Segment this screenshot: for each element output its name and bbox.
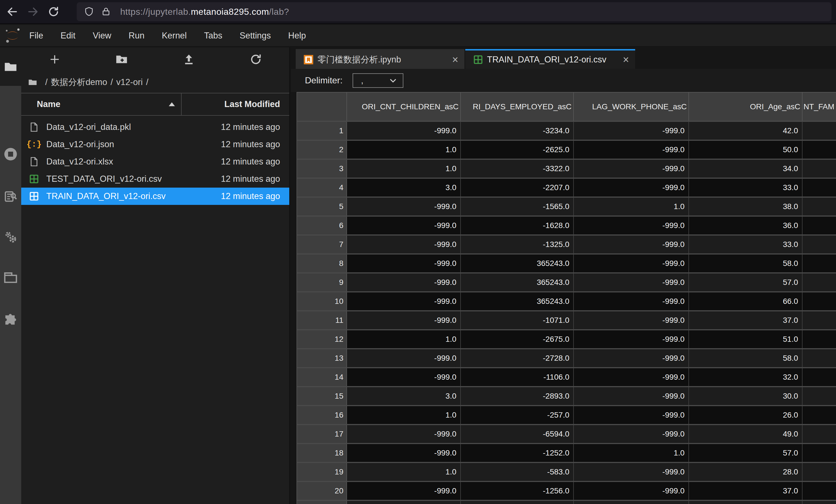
table-cell: 32.0 <box>689 368 802 386</box>
menu-item-file[interactable]: File <box>21 24 52 46</box>
table-cell: -2675.0 <box>461 330 574 348</box>
last-modified-header[interactable]: Last Modified <box>182 99 289 109</box>
tab-label: 零门槛数据分析.ipynb <box>318 54 401 65</box>
table-cell: -1106.0 <box>461 368 574 386</box>
table-row: 43.0-2207.0-999.033.0 <box>297 178 836 196</box>
close-icon[interactable]: × <box>623 54 629 65</box>
table-row: 14-999.0-1106.0-999.032.0 <box>297 367 836 386</box>
reload-icon[interactable] <box>45 3 62 20</box>
delimiter-select[interactable]: , <box>353 73 403 88</box>
csv-grid-header-row: ORI_CNT_CHILDREN_asCRI_DAYS_EMPLOYED_asC… <box>297 92 836 121</box>
table-cell: -3234.0 <box>461 122 574 140</box>
table-cell: 26.0 <box>689 406 802 424</box>
upload-icon[interactable] <box>155 47 222 71</box>
table-row: 11-999.0-1071.0-999.037.0 <box>297 310 836 329</box>
puzzle-icon[interactable] <box>0 313 21 328</box>
close-icon[interactable]: × <box>452 54 458 65</box>
stop-circle-icon[interactable] <box>0 146 21 162</box>
table-cell: -999.0 <box>574 387 689 405</box>
file-name: TEST_DATA_ORI_v12-ori.csv <box>46 174 162 184</box>
file-list-item[interactable]: Data_v12-ori.xlsx12 minutes ago <box>21 153 289 170</box>
refresh-icon[interactable] <box>222 47 289 71</box>
table-cell <box>574 501 689 504</box>
file-list-item[interactable]: Data_v12-ori_data.pkl12 minutes ago <box>21 118 289 136</box>
table-row: 31.0-3322.0-999.034.0 <box>297 159 836 178</box>
forward-icon[interactable] <box>24 3 41 20</box>
tab-inactive[interactable]: 零门槛数据分析.ipynb× <box>296 49 464 69</box>
table-cell: 365243.0 <box>461 254 574 272</box>
lock-icon[interactable] <box>101 7 111 16</box>
table-cell: -999.0 <box>347 122 461 140</box>
menu-item-help[interactable]: Help <box>280 24 315 46</box>
file-list-header: Name Last Modified <box>21 93 289 116</box>
column-header: LAG_WORK_PHONE_asC <box>574 93 689 121</box>
json-file-icon: {:} <box>29 139 39 150</box>
table-cell: -999.0 <box>574 217 689 234</box>
menu-item-run[interactable]: Run <box>120 24 153 46</box>
table-row: 7-999.0-1325.0-999.033.0 <box>297 234 836 253</box>
shield-icon[interactable] <box>84 7 94 17</box>
table-cell <box>802 330 836 348</box>
table-cell <box>802 122 836 140</box>
table-cell: -3322.0 <box>461 160 574 178</box>
window-icon[interactable] <box>0 270 21 286</box>
table-cell <box>802 198 836 215</box>
file-browser-panel: /数据分析demo/v12-ori/ Name Last Modified Da… <box>21 47 290 504</box>
menu-item-kernel[interactable]: Kernel <box>153 24 195 46</box>
tab-active[interactable]: TRAIN_DATA_ORI_v12-ori.csv× <box>465 49 635 69</box>
table-cell: -999.0 <box>574 368 689 386</box>
file-modified-time: 12 minutes ago <box>221 139 280 150</box>
url-bar[interactable]: https://jupyterlab.metanoia8295.com/lab? <box>77 2 832 21</box>
file-list-item[interactable]: TEST_DATA_ORI_v12-ori.csv12 minutes ago <box>21 170 289 188</box>
table-cell <box>802 179 836 196</box>
table-row: 5-999.0-1565.01.038.0 <box>297 196 836 215</box>
table-cell: 58.0 <box>689 254 802 272</box>
table-cell <box>802 141 836 159</box>
url-text: https://jupyterlab.metanoia8295.com/lab? <box>120 7 289 17</box>
table-cell: -999.0 <box>347 198 461 215</box>
file-list-item[interactable]: TRAIN_DATA_ORI_v12-ori.csv12 minutes ago <box>21 188 289 205</box>
file-modified-time: 12 minutes ago <box>221 174 280 184</box>
file-modified-time: 12 minutes ago <box>221 122 280 132</box>
menu-item-edit[interactable]: Edit <box>52 24 84 46</box>
folder-icon[interactable] <box>28 77 37 87</box>
menu-item-tabs[interactable]: Tabs <box>195 24 231 46</box>
column-header: RI_DAYS_EMPLOYED_asC <box>461 93 574 121</box>
column-header: NT_FAM <box>802 93 836 121</box>
doc-file-icon <box>29 122 39 132</box>
menu-item-view[interactable]: View <box>84 24 120 46</box>
table-cell <box>802 254 836 272</box>
new-launcher-icon[interactable] <box>21 47 88 71</box>
csv-grid-body: 1-999.0-3234.0-999.042.021.0-2625.0-999.… <box>297 121 836 504</box>
screen: https://jupyterlab.metanoia8295.com/lab?… <box>0 0 836 504</box>
sort-by-name-header[interactable]: Name <box>21 93 182 115</box>
table-cell <box>802 217 836 234</box>
inspector-icon[interactable] <box>0 189 21 204</box>
column-header: ORI_Age_asC <box>689 93 802 121</box>
menu-item-settings[interactable]: Settings <box>231 24 280 46</box>
table-cell: 1.0 <box>347 463 461 481</box>
table-cell: -999.0 <box>574 330 689 348</box>
column-header <box>297 93 347 121</box>
table-cell: -1565.0 <box>461 198 574 215</box>
table-cell: -999.0 <box>574 406 689 424</box>
back-icon[interactable] <box>4 3 21 20</box>
row-number-cell: 3 <box>297 160 347 178</box>
new-folder-icon[interactable] <box>88 47 155 71</box>
folder-icon[interactable] <box>0 59 21 75</box>
breadcrumb-separator: / <box>146 77 149 87</box>
table-row: 161.0-257.0-999.026.0 <box>297 405 836 424</box>
table-cell: -999.0 <box>574 122 689 140</box>
sort-ascending-icon <box>169 102 175 106</box>
table-cell: 33.0 <box>689 179 802 196</box>
table-cell: 3.0 <box>347 179 461 196</box>
gears-icon[interactable] <box>0 229 21 245</box>
table-cell: 38.0 <box>689 198 802 215</box>
notebook-icon <box>304 55 314 65</box>
table-cell <box>802 463 836 481</box>
breadcrumb-segment[interactable]: v12-ori <box>116 77 143 87</box>
file-list-item[interactable]: {:}Data_v12-ori.json12 minutes ago <box>21 136 289 153</box>
csv-data-grid[interactable]: ORI_CNT_CHILDREN_asCRI_DAYS_EMPLOYED_asC… <box>297 92 836 504</box>
file-browser-toolbar <box>21 47 289 71</box>
breadcrumb-segment[interactable]: 数据分析demo <box>51 77 108 87</box>
